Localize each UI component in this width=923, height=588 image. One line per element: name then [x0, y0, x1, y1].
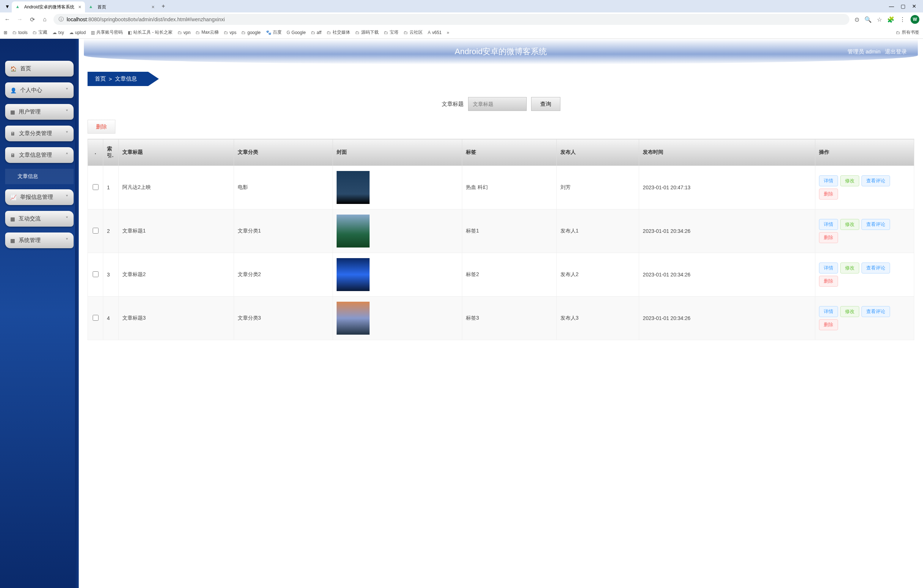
bookmark-item[interactable]: 🗀 源码下载: [355, 29, 379, 36]
bookmark-item[interactable]: 🗀 Max云梯: [195, 29, 218, 36]
detail-button[interactable]: 详情: [819, 306, 838, 317]
logout-link[interactable]: 退出登录: [885, 48, 907, 55]
detail-button[interactable]: 详情: [819, 175, 838, 186]
row-checkbox[interactable]: [93, 271, 99, 277]
bookmark-item[interactable]: 🗀 aff: [311, 30, 322, 35]
minimize-button[interactable]: —: [889, 3, 894, 9]
bookmark-star-icon[interactable]: ☆: [877, 16, 882, 23]
bookmark-item[interactable]: G Google: [287, 30, 306, 35]
cell-time: 2023-01-01 20:34:26: [639, 296, 815, 340]
bookmark-icon: 🗀: [33, 30, 37, 35]
bookmark-item[interactable]: 🗀 云社区: [404, 29, 423, 36]
site-info-icon[interactable]: ⓘ: [59, 16, 64, 23]
bookmark-item[interactable]: ◧ 站长工具 - 站长之家: [128, 29, 172, 36]
bookmark-item[interactable]: 🗀 vps: [224, 30, 236, 35]
forward-button[interactable]: →: [16, 16, 23, 23]
cover-image[interactable]: [337, 258, 370, 291]
zoom-icon[interactable]: 🔍: [864, 16, 872, 23]
submenu-article-info[interactable]: 文章信息: [5, 169, 74, 184]
reload-button[interactable]: ⟳: [29, 16, 36, 23]
bookmark-item[interactable]: 🗀 宝藏: [33, 29, 47, 36]
cover-image[interactable]: [337, 171, 370, 204]
sidebar-item-7[interactable]: ▦系统管理˅: [5, 233, 74, 248]
bookmark-item[interactable]: 🗀 tools: [12, 30, 28, 35]
review-button[interactable]: 查看评论: [861, 306, 890, 317]
delete-button[interactable]: 删除: [819, 319, 838, 330]
bookmark-item[interactable]: 🗀 vpn: [177, 30, 191, 35]
menu-icon: 👤: [10, 87, 16, 93]
home-button[interactable]: ⌂: [41, 16, 48, 23]
app-title: Android安卓的微博客系统: [455, 46, 547, 57]
profile-avatar[interactable]: W: [911, 15, 919, 24]
sidebar-item-6[interactable]: ▦互动交流˅: [5, 211, 74, 227]
browser-tab[interactable]: ▲Android安卓的微博客系统×: [12, 2, 85, 12]
row-checkbox[interactable]: [93, 315, 99, 321]
sidebar-item-2[interactable]: ▦用户管理˅: [5, 104, 74, 120]
user-role-label[interactable]: 管理员 admin: [847, 48, 880, 55]
detail-button[interactable]: 详情: [819, 262, 838, 274]
all-bookmarks[interactable]: 🗀 所有书签: [896, 29, 919, 36]
bookmark-item[interactable]: 🗀 宝塔: [384, 29, 399, 36]
detail-button[interactable]: 详情: [819, 219, 838, 230]
th-tag: 标签: [462, 139, 557, 166]
delete-button[interactable]: 删除: [819, 232, 838, 243]
cover-image[interactable]: [337, 215, 370, 247]
close-window-button[interactable]: ✕: [912, 3, 916, 9]
sidebar-item-1[interactable]: 👤个人中心˅: [5, 82, 74, 98]
edit-button[interactable]: 修改: [840, 262, 859, 274]
tab-dropdown[interactable]: ▾: [3, 2, 12, 11]
menu-icon: 🖥: [10, 152, 15, 158]
bookmark-item[interactable]: A v651: [428, 30, 442, 35]
cell-ops: 详情修改查看评论删除: [815, 166, 914, 210]
bookmark-item[interactable]: 🐾 百度: [266, 29, 282, 36]
edit-button[interactable]: 修改: [840, 219, 859, 230]
maximize-button[interactable]: ▢: [901, 3, 905, 9]
cell-author: 刘芳: [556, 166, 639, 210]
chevron-down-icon: ˅: [66, 237, 69, 244]
menu-icon[interactable]: ⋮: [900, 16, 905, 23]
review-button[interactable]: 查看评论: [861, 219, 890, 230]
cell-category: 电影: [234, 166, 333, 210]
sidebar-item-5[interactable]: 📈举报信息管理˅: [5, 189, 74, 205]
row-checkbox[interactable]: [93, 228, 99, 234]
search-button[interactable]: 查询: [531, 97, 560, 111]
edit-button[interactable]: 修改: [840, 175, 859, 186]
url-input[interactable]: ⓘ localhost:8080/springboots8otv/admin/d…: [54, 14, 849, 25]
close-tab-icon[interactable]: ×: [152, 4, 154, 10]
menu-label: 首页: [20, 65, 31, 72]
url-port: :8080: [87, 16, 100, 22]
sidebar-item-3[interactable]: 🖥文章分类管理˅: [5, 126, 74, 141]
password-icon[interactable]: ⊙: [854, 16, 859, 23]
bookmark-item[interactable]: 🗀 社交媒体: [327, 29, 350, 36]
bookmarks-overflow[interactable]: »: [447, 30, 449, 35]
row-checkbox[interactable]: [93, 184, 99, 190]
delete-button[interactable]: 删除: [819, 188, 838, 200]
apps-icon[interactable]: ⊞: [4, 30, 7, 35]
bookmark-item[interactable]: 🗀 google: [241, 30, 260, 35]
edit-button[interactable]: 修改: [840, 306, 859, 317]
bookmark-item[interactable]: ☁ txy: [53, 30, 64, 35]
menu-icon: ▦: [10, 237, 15, 244]
bulk-delete-button[interactable]: 删除: [87, 120, 115, 134]
sidebar-item-4[interactable]: 🖥文章信息管理˄: [5, 147, 74, 163]
th-checkbox[interactable]: .: [88, 139, 103, 166]
article-table: . 索引. 文章标题 文章分类 封面 标签 发布人 发布时间 操作 1阿凡达2上…: [87, 139, 914, 340]
tab-bar: ▾ ▲Android安卓的微博客系统×▲首页× + — ▢ ✕: [0, 0, 923, 12]
sidebar-item-0[interactable]: 🏠首页: [5, 61, 74, 77]
browser-tab[interactable]: ▲首页×: [85, 2, 158, 12]
back-button[interactable]: ←: [4, 16, 11, 23]
bookmark-item[interactable]: ☁ uplod: [69, 30, 86, 35]
search-input[interactable]: [468, 97, 527, 111]
breadcrumb-home[interactable]: 首页: [95, 75, 106, 82]
extensions-icon[interactable]: 🧩: [887, 16, 894, 23]
review-button[interactable]: 查看评论: [861, 175, 890, 186]
review-button[interactable]: 查看评论: [861, 262, 890, 274]
close-tab-icon[interactable]: ×: [78, 4, 81, 10]
table-row: 2文章标题1文章分类1标签1发布人12023-01-01 20:34:26详情修…: [88, 210, 914, 253]
cell-ops: 详情修改查看评论删除: [815, 253, 914, 296]
delete-button[interactable]: 删除: [819, 276, 838, 287]
new-tab-button[interactable]: +: [158, 1, 169, 11]
chevron-down-icon: ˅: [66, 109, 69, 115]
cover-image[interactable]: [337, 302, 370, 335]
bookmark-item[interactable]: ▥ 共享账号密码: [91, 29, 123, 36]
